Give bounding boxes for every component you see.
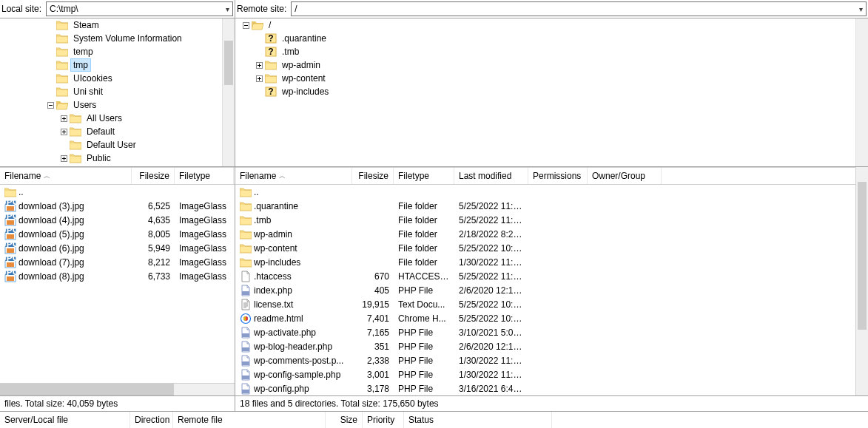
tree-item[interactable]: All Users [0, 112, 222, 125]
file-row[interactable]: readme.html7,401Chrome H...5/25/2022 10:… [235, 311, 855, 325]
column-header-name[interactable]: Filename︿ [235, 168, 352, 184]
remote-file-list[interactable]: Filename︿FilesizeFiletypeLast modifiedPe… [235, 167, 855, 395]
svg-rect-24 [7, 234, 14, 239]
collapse-icon[interactable] [241, 21, 251, 30]
file-row[interactable]: index.php405PHP File2/6/2020 12:18:... [235, 283, 855, 297]
queue-column-header[interactable]: Priority [363, 412, 404, 428]
folder-icon [240, 214, 252, 226]
file-row[interactable]: wp-comments-post.p...2,338PHP File1/30/2… [235, 353, 855, 367]
tree-item-label: wp-content [279, 72, 329, 85]
queue-column-header[interactable]: Server/Local file [0, 412, 130, 428]
queue-column-header[interactable]: Size [326, 412, 363, 428]
column-header-size[interactable]: Filesize [352, 168, 394, 184]
column-header-owner[interactable]: Owner/Group [588, 168, 662, 184]
remote-tree[interactable]: /?.quarantine?.tmbwp-adminwp-content?wp-… [235, 18, 855, 166]
remote-tree-scrollbar[interactable] [855, 18, 868, 166]
php-icon [240, 383, 252, 395]
remote-file-scrollbar[interactable] [855, 167, 868, 395]
txt-icon [240, 299, 252, 310]
column-header-type[interactable]: Filetype [394, 168, 454, 184]
file-row[interactable]: JPGdownload (5).jpg8,005ImageGlass [0, 227, 235, 241]
file-row[interactable]: license.txt19,915Text Docu...5/25/2022 1… [235, 297, 855, 311]
tree-item[interactable]: System Volume Information [0, 32, 222, 45]
column-header-mod[interactable]: Last modified [454, 168, 528, 184]
expand-icon[interactable] [59, 127, 69, 137]
tree-item[interactable]: Uni shit [0, 85, 222, 98]
chevron-down-icon[interactable]: ▾ [859, 5, 863, 13]
file-row[interactable]: wp-config-sample.php3,001PHP File1/30/20… [235, 367, 855, 381]
queue-column-header[interactable]: Direction [130, 412, 173, 428]
php-icon [240, 355, 252, 367]
parent-directory-row[interactable]: .. [235, 185, 855, 199]
file-row[interactable]: wp-config.php3,178PHP File3/16/2021 6:49… [235, 381, 855, 395]
svg-rect-32 [7, 262, 14, 267]
expand-icon[interactable] [59, 154, 69, 163]
tree-item[interactable]: wp-admin [235, 58, 855, 72]
local-horizontal-scrollbar[interactable] [0, 383, 235, 395]
folder-icon [56, 47, 68, 57]
expand-icon[interactable] [255, 61, 264, 70]
parent-directory-row[interactable]: .. [0, 185, 235, 199]
tree-item[interactable]: Public [0, 152, 222, 165]
local-path-input[interactable]: C:\tmp\ ▾ [46, 1, 233, 16]
unknown-icon: ? [265, 33, 277, 44]
queue-column-header[interactable]: Remote file [173, 412, 326, 428]
file-row[interactable]: JPGdownload (4).jpg4,635ImageGlass [0, 213, 235, 227]
file-row[interactable]: wp-blog-header.php351PHP File2/6/2020 12… [235, 339, 855, 353]
jpg-icon: JPG [4, 271, 16, 282]
svg-rect-20 [7, 220, 14, 225]
tree-item[interactable]: Steam [0, 18, 222, 32]
svg-rect-43 [242, 376, 249, 379]
tree-item-label: Public [84, 152, 114, 165]
tree-item-label: System Volume Information [70, 32, 185, 45]
file-row[interactable]: JPGdownload (8).jpg6,733ImageGlass [0, 269, 235, 283]
local-file-list[interactable]: Filename︿FilesizeFiletype..JPGdownload (… [0, 167, 235, 383]
svg-rect-36 [7, 276, 14, 281]
column-header-name[interactable]: Filename︿ [0, 168, 132, 184]
tree-item[interactable]: ?.quarantine [235, 32, 855, 45]
tree-item[interactable]: Default User [0, 138, 222, 152]
tree-item[interactable]: UIcookies [0, 72, 222, 85]
collapse-icon[interactable] [46, 101, 55, 110]
tree-item[interactable]: ?wp-includes [235, 85, 855, 98]
file-row[interactable]: wp-includesFile folder1/30/2022 11:2... [235, 255, 855, 269]
expand-icon[interactable] [59, 114, 69, 123]
column-header-type[interactable]: Filetype [175, 168, 234, 184]
tree-item[interactable]: Users [0, 98, 222, 112]
expand-icon[interactable] [255, 74, 264, 84]
file-row[interactable]: wp-adminFile folder2/18/2022 8:26:... [235, 227, 855, 241]
svg-text:JPG: JPG [4, 214, 16, 221]
local-site-label: Local site: [0, 4, 43, 14]
column-header-perm[interactable]: Permissions [528, 168, 588, 184]
remote-path-input[interactable]: / ▾ [291, 1, 867, 16]
svg-rect-28 [7, 248, 14, 253]
folder-icon [4, 186, 16, 198]
file-row[interactable]: .quarantineFile folder5/25/2022 11:0... [235, 199, 855, 213]
folder-icon [240, 200, 252, 212]
file-row[interactable]: wp-contentFile folder5/25/2022 10:5... [235, 241, 855, 255]
jpg-icon: JPG [4, 228, 16, 240]
queue-column-header[interactable]: Status [404, 412, 552, 428]
file-row[interactable]: .htaccess670HTACCESS ...5/25/2022 11:2..… [235, 269, 855, 283]
tree-item[interactable]: ?.tmb [235, 45, 855, 58]
tree-item[interactable]: wp-content [235, 72, 855, 85]
folder-icon [70, 126, 81, 137]
tree-item-label: temp [70, 45, 96, 58]
tree-item-label: Default [84, 125, 118, 138]
file-row[interactable]: JPGdownload (6).jpg5,949ImageGlass [0, 241, 235, 255]
local-tree[interactable]: SteamSystem Volume InformationtemptmpUIc… [0, 18, 222, 166]
column-header-size[interactable]: Filesize [132, 168, 175, 184]
local-tree-scrollbar[interactable] [222, 18, 235, 166]
file-row[interactable]: JPGdownload (7).jpg8,212ImageGlass [0, 255, 235, 269]
file-row[interactable]: JPGdownload (3).jpg6,525ImageGlass [0, 199, 235, 213]
tree-item[interactable]: Default [0, 125, 222, 138]
tree-item[interactable]: temp [0, 45, 222, 58]
jpg-icon: JPG [4, 200, 16, 212]
file-row[interactable]: wp-activate.php7,165PHP File3/10/2021 5:… [235, 325, 855, 339]
chevron-down-icon[interactable]: ▾ [226, 5, 229, 13]
file-row[interactable]: .tmbFile folder5/25/2022 11:2... [235, 213, 855, 227]
tree-item[interactable]: / [235, 18, 855, 32]
folder-icon [56, 20, 68, 30]
php-icon [240, 285, 252, 296]
tree-item[interactable]: tmp [0, 58, 222, 72]
